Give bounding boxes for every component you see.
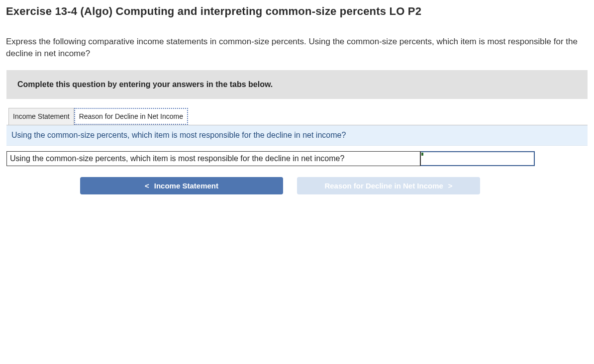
prev-button-label: Income Statement	[154, 182, 218, 190]
next-button-label: Reason for Decline in Net Income	[324, 182, 443, 190]
next-button[interactable]: Reason for Decline in Net Income >	[297, 177, 480, 194]
tab-content-header: Using the common-size percents, which it…	[6, 125, 588, 146]
tab-income-statement[interactable]: Income Statement	[8, 108, 74, 125]
chevron-left-icon: <	[145, 182, 149, 190]
page-title: Exercise 13-4 (Algo) Computing and inter…	[6, 5, 588, 18]
tab-reason-decline[interactable]: Reason for Decline in Net Income	[74, 108, 188, 125]
tabs-row: Income Statement Reason for Decline in N…	[6, 108, 588, 125]
answer-input[interactable]	[421, 152, 534, 165]
instruction-bar: Complete this question by entering your …	[6, 70, 588, 99]
answer-input-wrapper	[420, 151, 535, 166]
answer-row: Using the common-size percents, which it…	[6, 151, 588, 166]
tab-label: Reason for Decline in Net Income	[79, 112, 183, 121]
question-container: Complete this question by entering your …	[6, 70, 588, 206]
prev-button[interactable]: < Income Statement	[80, 177, 283, 194]
chevron-right-icon: >	[448, 182, 453, 190]
tab-label: Income Statement	[13, 112, 70, 121]
answer-label-cell: Using the common-size percents, which it…	[6, 151, 420, 166]
question-text: Express the following comparative income…	[6, 36, 588, 60]
nav-buttons: < Income Statement Reason for Decline in…	[6, 166, 588, 205]
